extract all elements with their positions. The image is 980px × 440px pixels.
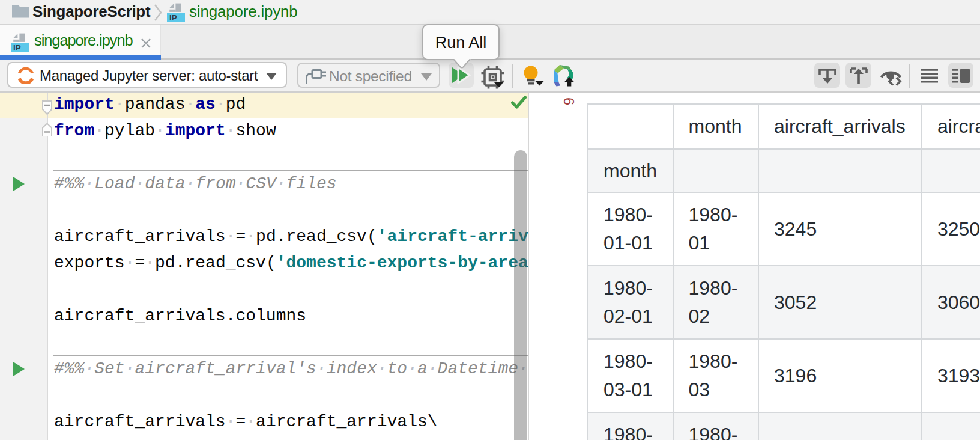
svg-text:IP: IP bbox=[169, 13, 177, 22]
svg-text:IP: IP bbox=[13, 43, 21, 52]
